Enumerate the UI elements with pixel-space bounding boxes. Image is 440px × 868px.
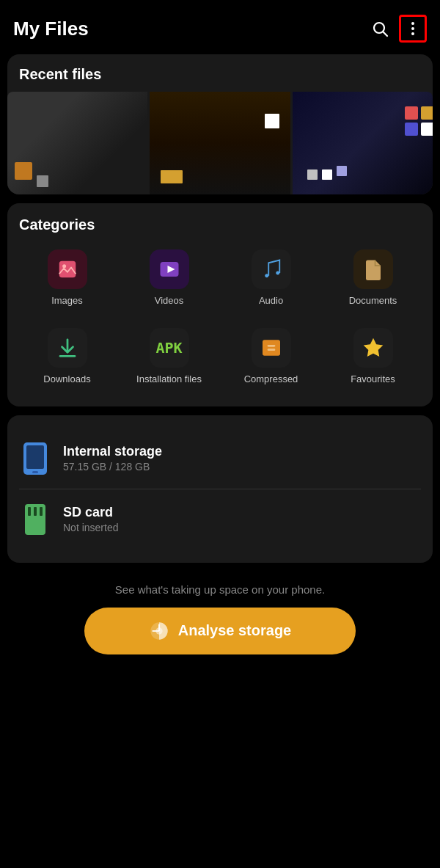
svg-point-2 xyxy=(411,22,414,25)
compressed-icon-wrap xyxy=(252,328,291,368)
category-item-favourites[interactable]: Favourites xyxy=(325,321,421,393)
videos-icon-wrap xyxy=(150,249,189,289)
documents-icon-wrap xyxy=(353,249,393,289)
category-item-images[interactable]: Images xyxy=(19,242,115,315)
recent-thumb-1[interactable] xyxy=(7,92,147,194)
category-item-compressed[interactable]: Compressed xyxy=(223,321,319,393)
recent-files-title: Recent files xyxy=(19,66,421,83)
svg-point-3 xyxy=(411,27,414,30)
svg-rect-15 xyxy=(32,471,38,473)
category-item-installation[interactable]: APK Installation files xyxy=(121,321,217,393)
downloads-icon-wrap xyxy=(48,328,87,368)
audio-label: Audio xyxy=(259,295,283,307)
svg-rect-14 xyxy=(26,445,44,469)
categories-title: Categories xyxy=(19,216,421,233)
sdcard-icon-wrap xyxy=(19,500,51,539)
documents-label: Documents xyxy=(349,295,397,307)
svg-rect-17 xyxy=(28,507,31,516)
category-item-downloads[interactable]: Downloads xyxy=(19,321,115,393)
installation-icon-wrap: APK xyxy=(150,328,189,368)
space-hint-text: See what's taking up space on your phone… xyxy=(115,583,325,596)
analyse-icon xyxy=(149,621,169,641)
category-item-documents[interactable]: Documents xyxy=(325,242,421,315)
compressed-label: Compressed xyxy=(244,373,298,386)
sdcard-name: SD card xyxy=(63,505,118,520)
category-item-audio[interactable]: Audio xyxy=(223,242,319,315)
svg-rect-18 xyxy=(34,507,37,516)
videos-icon xyxy=(158,258,180,280)
recent-files-strip[interactable] xyxy=(7,92,433,194)
svg-marker-12 xyxy=(363,338,383,357)
app-header: My Files xyxy=(0,0,440,54)
storage-card: Internal storage 57.15 GB / 128 GB SD ca… xyxy=(7,415,433,563)
internal-storage-detail: 57.15 GB / 128 GB xyxy=(63,461,162,473)
svg-rect-19 xyxy=(40,507,43,516)
downloads-icon xyxy=(56,337,78,359)
installation-label: Installation files xyxy=(136,373,202,386)
audio-icon xyxy=(260,258,282,280)
recent-thumb-3[interactable] xyxy=(293,92,433,194)
images-icon-wrap xyxy=(48,249,87,289)
svg-point-6 xyxy=(62,264,66,268)
svg-rect-11 xyxy=(267,349,275,351)
internal-storage-icon-wrap xyxy=(19,439,51,478)
bottom-section: See what's taking up space on your phone… xyxy=(0,572,440,676)
internal-storage-name: Internal storage xyxy=(63,444,162,459)
svg-line-1 xyxy=(384,32,388,37)
recent-files-card: Recent files xyxy=(7,54,433,194)
svg-point-4 xyxy=(411,32,414,35)
internal-storage-info: Internal storage 57.15 GB / 128 GB xyxy=(63,444,162,473)
recent-thumb-2[interactable] xyxy=(150,92,290,194)
internal-storage-item[interactable]: Internal storage 57.15 GB / 128 GB xyxy=(19,428,421,489)
compressed-icon xyxy=(260,336,283,360)
favourites-icon-wrap xyxy=(353,328,393,368)
app-title: My Files xyxy=(13,18,89,40)
categories-grid: Images Videos Audio xyxy=(19,242,421,393)
apk-icon: APK xyxy=(155,339,182,357)
svg-rect-10 xyxy=(267,345,275,347)
audio-icon-wrap xyxy=(252,249,291,289)
favourites-icon xyxy=(362,336,385,360)
sdcard-detail: Not inserted xyxy=(63,522,118,533)
documents-icon xyxy=(362,258,384,280)
phone-icon xyxy=(22,442,48,475)
images-label: Images xyxy=(51,295,83,307)
analyse-storage-button[interactable]: Analyse storage xyxy=(84,608,356,654)
category-item-videos[interactable]: Videos xyxy=(121,242,217,315)
header-actions xyxy=(368,15,427,43)
sdcard-icon xyxy=(22,503,48,536)
analyse-label: Analyse storage xyxy=(178,622,292,639)
sdcard-storage-item[interactable]: SD card Not inserted xyxy=(19,489,421,550)
favourites-label: Favourites xyxy=(351,373,395,386)
videos-label: Videos xyxy=(155,295,184,307)
more-vertical-icon xyxy=(404,20,422,37)
sdcard-storage-info: SD card Not inserted xyxy=(63,505,118,533)
more-menu-button[interactable] xyxy=(399,15,427,43)
search-icon xyxy=(371,20,389,37)
categories-card: Categories Images Videos xyxy=(7,203,433,406)
search-button[interactable] xyxy=(368,17,392,40)
downloads-label: Downloads xyxy=(43,373,90,386)
images-icon xyxy=(56,258,78,280)
